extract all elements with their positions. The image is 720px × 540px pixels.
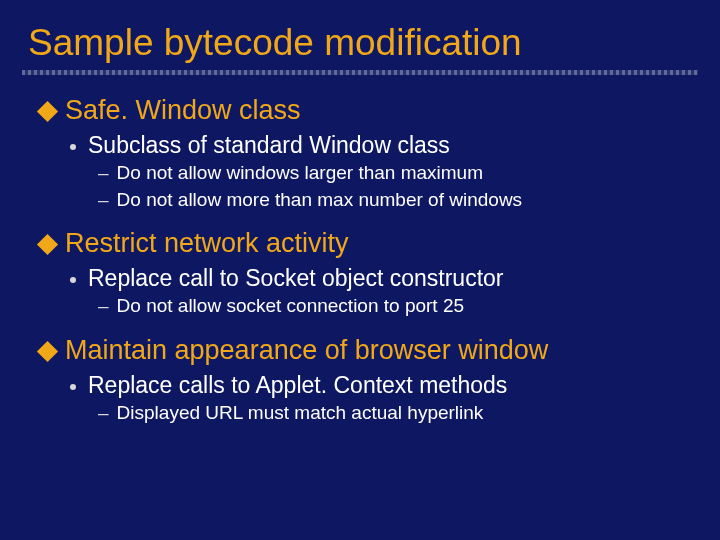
level3-text: Do not allow more than max number of win…: [117, 188, 523, 213]
level2-text: Replace call to Socket object constructo…: [88, 265, 503, 292]
bullet-level2: Replace calls to Applet. Context methods: [70, 372, 696, 399]
level1-text: Restrict network activity: [65, 228, 349, 259]
level3-text: Displayed URL must match actual hyperlin…: [117, 401, 484, 426]
dash-icon: –: [98, 161, 109, 186]
diamond-icon: [37, 101, 58, 122]
dash-icon: –: [98, 294, 109, 319]
bullet-level3: – Do not allow more than max number of w…: [98, 188, 696, 213]
level2-text: Replace calls to Applet. Context methods: [88, 372, 507, 399]
dot-icon: [70, 144, 76, 150]
bullet-level3: – Displayed URL must match actual hyperl…: [98, 401, 696, 426]
bullet-level3: – Do not allow windows larger than maxim…: [98, 161, 696, 186]
level1-text: Safe. Window class: [65, 95, 301, 126]
level3-text: Do not allow socket connection to port 2…: [117, 294, 464, 319]
level3-text: Do not allow windows larger than maximum: [117, 161, 483, 186]
level2-text: Subclass of standard Window class: [88, 132, 450, 159]
bullet-level3: – Do not allow socket connection to port…: [98, 294, 696, 319]
dash-icon: –: [98, 401, 109, 426]
diamond-icon: [37, 341, 58, 362]
slide-title: Sample bytecode modification: [28, 22, 720, 64]
title-divider: [22, 70, 698, 75]
dot-icon: [70, 384, 76, 390]
slide: Sample bytecode modification Safe. Windo…: [0, 0, 720, 540]
title-wrap: Sample bytecode modification: [0, 0, 720, 70]
bullet-level1: Restrict network activity: [40, 228, 696, 259]
bullet-level2: Replace call to Socket object constructo…: [70, 265, 696, 292]
dot-icon: [70, 277, 76, 283]
diamond-icon: [37, 234, 58, 255]
bullet-level2: Subclass of standard Window class: [70, 132, 696, 159]
bullet-level1: Maintain appearance of browser window: [40, 335, 696, 366]
dash-icon: –: [98, 188, 109, 213]
level1-text: Maintain appearance of browser window: [65, 335, 548, 366]
bullet-level1: Safe. Window class: [40, 95, 696, 126]
content: Safe. Window class Subclass of standard …: [0, 85, 720, 426]
